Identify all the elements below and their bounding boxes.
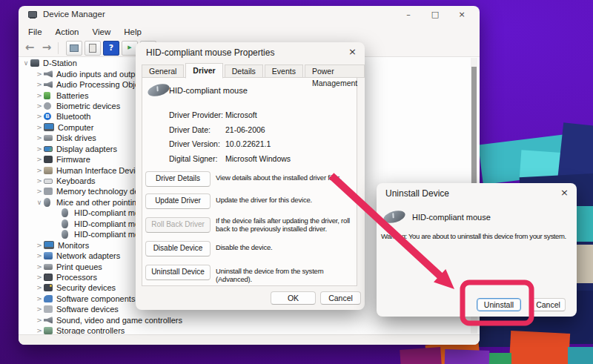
printer-icon (44, 264, 53, 270)
audio-icon (44, 317, 53, 324)
display-icon (44, 146, 53, 152)
device-name: HID-compliant mouse (169, 86, 248, 95)
menu-file[interactable]: File (21, 26, 49, 38)
uninstall-device-description: Uninstall the device from the system (Ad… (216, 268, 358, 283)
driver-field-row: Driver Version:10.0.22621.1 (169, 139, 291, 154)
tree-item-label: D-Station (43, 59, 77, 67)
chevron-right-icon[interactable]: > (35, 81, 44, 88)
chevron-right-icon[interactable]: > (35, 113, 44, 120)
processor-icon (44, 274, 53, 281)
chevron-down-icon[interactable]: ∨ (35, 199, 44, 206)
chevron-right-icon[interactable]: > (35, 102, 44, 110)
memory-icon (44, 188, 53, 195)
chevron-right-icon[interactable]: > (35, 167, 44, 174)
driver-details-description: View details about the installed driver … (216, 174, 358, 182)
menu-view[interactable]: View (86, 26, 118, 38)
chevron-right-icon[interactable]: > (35, 242, 44, 249)
tab-driver[interactable]: Driver (185, 63, 222, 79)
tab-general[interactable]: General (142, 64, 184, 78)
minimize-button[interactable]: – (395, 6, 422, 24)
menu-bar: FileActionViewHelp (21, 24, 148, 39)
menu-action[interactable]: Action (49, 26, 86, 38)
uninstall-button[interactable]: Uninstall (477, 298, 521, 311)
mouse-icon (62, 219, 68, 228)
dialog-title: HID-compliant mouse Properties (146, 47, 274, 58)
disk-icon (44, 135, 53, 141)
field-label: Driver Date: (169, 125, 225, 140)
chevron-down-icon[interactable]: ∨ (21, 59, 30, 67)
chevron-right-icon[interactable]: > (35, 274, 44, 281)
hid-icon (44, 167, 53, 174)
chevron-right-icon[interactable]: > (35, 156, 44, 163)
tree-item-label: Monitors (58, 241, 89, 250)
chevron-right-icon[interactable]: > (35, 263, 44, 271)
chevron-right-icon[interactable]: > (35, 327, 44, 334)
tree-item-label: Bluetooth (56, 112, 90, 121)
cancel-button[interactable]: Cancel (320, 291, 361, 305)
field-label: Driver Version: (169, 139, 225, 154)
chevron-right-icon[interactable]: > (35, 317, 44, 324)
tree-item-label: Security devices (56, 283, 116, 292)
field-value: Microsoft (225, 110, 257, 125)
roll-back-driver-button: Roll Back Driver (145, 217, 211, 233)
maximize-button[interactable]: □ (422, 6, 448, 24)
tree-item-label: Audio inputs and outputs (56, 70, 146, 79)
chevron-right-icon[interactable]: > (35, 252, 44, 259)
chevron-right-icon[interactable]: > (35, 295, 44, 302)
tab-power-management[interactable]: Power Management (305, 64, 365, 78)
tree-item-label: Software devices (56, 305, 119, 314)
tree-item-label: Firmware (56, 155, 90, 164)
software-icon (44, 295, 53, 302)
close-button[interactable]: × (448, 6, 475, 24)
scrollbar-thumb[interactable] (471, 67, 477, 187)
toolbar-separator (58, 42, 63, 54)
title-bar[interactable]: Device Manager –□× (19, 6, 480, 24)
chevron-right-icon[interactable]: > (35, 284, 44, 291)
disable-device-description: Disable the device. (216, 244, 358, 252)
uninstall-device-dialog: Uninstall Device × HID-compliant mouse W… (377, 183, 577, 317)
network-icon (44, 252, 53, 259)
chevron-right-icon[interactable]: > (35, 92, 44, 99)
cancel-button[interactable]: Cancel (531, 298, 566, 311)
keyboard-icon (44, 179, 53, 184)
ok-button[interactable]: OK (271, 291, 316, 305)
uninstall-device-button[interactable]: Uninstall Device (145, 265, 211, 280)
chevron-right-icon[interactable]: > (35, 188, 44, 195)
chevron-right-icon[interactable]: > (35, 145, 44, 153)
disable-device-button[interactable]: Disable Device (145, 241, 211, 257)
bluetooth-icon (44, 113, 51, 120)
battery-icon (44, 92, 50, 99)
audio-icon (44, 70, 53, 78)
driver-details-button[interactable]: Driver Details (145, 171, 211, 187)
update-driver-button[interactable]: Update Driver (145, 193, 211, 209)
chevron-right-icon[interactable]: > (35, 70, 44, 78)
chevron-right-icon[interactable]: > (35, 177, 44, 185)
update-driver-description: Update the driver for this device. (216, 196, 358, 205)
tab-events[interactable]: Events (265, 64, 303, 78)
mouse-icon (62, 208, 68, 217)
tab-details[interactable]: Details (225, 64, 263, 78)
device-name: HID-compliant mouse (412, 213, 491, 222)
mouse-device-icon (147, 82, 171, 99)
properties-dialog: HID-compliant mouse Properties × General… (136, 42, 365, 310)
close-icon[interactable]: × (560, 187, 569, 198)
menu-help[interactable]: Help (117, 26, 148, 38)
close-icon[interactable]: × (348, 46, 357, 57)
help-icon[interactable] (103, 41, 119, 56)
chevron-right-icon[interactable]: > (35, 134, 44, 142)
roll-back-driver-description: If the device fails after updating the d… (216, 217, 358, 233)
art-shape (509, 331, 570, 364)
tree-item-label: Keyboards (56, 176, 96, 185)
chevron-right-icon[interactable]: > (35, 124, 44, 131)
audio-icon (44, 81, 53, 88)
console-tree-icon[interactable] (66, 41, 82, 56)
tree-item-label: Processors (56, 273, 97, 282)
properties-icon[interactable] (85, 41, 101, 56)
back-icon[interactable] (22, 42, 37, 55)
window-title: Device Manager (43, 10, 105, 19)
driver-info-fields: Driver Provider:MicrosoftDriver Date:21-… (169, 110, 291, 168)
chevron-right-icon[interactable]: > (35, 305, 44, 313)
driver-field-row: Digital Signer:Microsoft Windows (169, 154, 291, 169)
tree-item-label: Computer (58, 123, 93, 132)
forward-icon[interactable] (39, 42, 54, 55)
